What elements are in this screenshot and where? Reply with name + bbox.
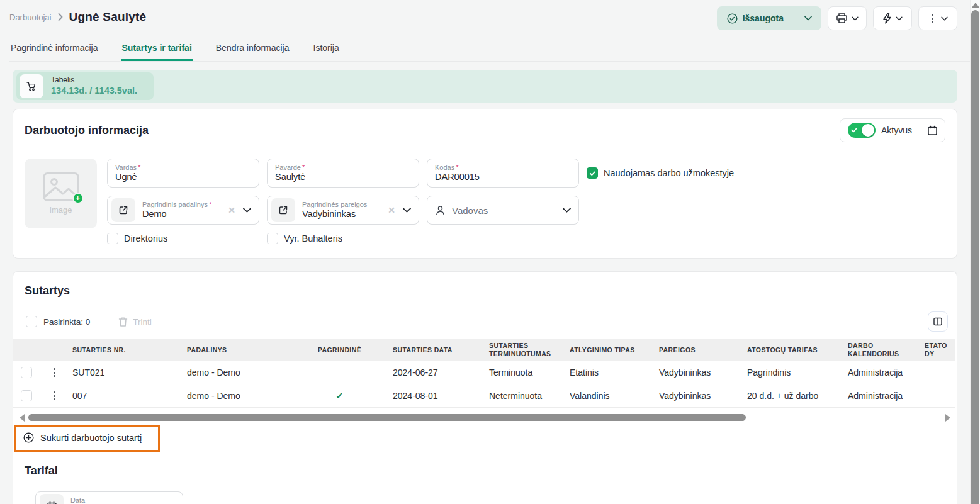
padalinys-label: Pagrindinis padalinys	[142, 201, 208, 208]
more-menu-button[interactable]	[918, 6, 957, 30]
chevron-down-icon	[804, 16, 812, 21]
col-terminuotumas[interactable]: SUTARTIES TERMINUOTUMAS	[479, 339, 560, 361]
checkbox-checked-icon[interactable]	[587, 167, 598, 179]
tabelis-tile[interactable]: Tabelis 134.13d. / 1143.5val.	[16, 72, 154, 100]
col-padalinys[interactable]: PADALINYS	[177, 339, 296, 361]
table-row[interactable]: SUT021 demo - Demo 2024-06-27 Terminuota…	[13, 361, 955, 384]
col-pagrindine[interactable]: PAGRINDINĖ	[296, 339, 383, 361]
vadovas-placeholder: Vadovas	[452, 205, 488, 216]
page-title: Ugnė Saulytė	[69, 10, 147, 24]
scroll-left-arrow[interactable]	[20, 414, 25, 422]
quick-actions-button[interactable]	[873, 6, 912, 30]
checkbox-unchecked-icon[interactable]	[267, 233, 278, 244]
tab-pagrindine-informacija[interactable]: Pagrindinė informacija	[9, 39, 99, 61]
pavarde-label: Pavardė	[275, 164, 301, 171]
tabelis-value: 134.13d. / 1143.5val.	[51, 85, 137, 96]
pavarde-field[interactable]: Pavardė* Saulytė	[267, 159, 419, 188]
tabelis-label: Tabelis	[51, 76, 137, 85]
contracts-toolbar: Pasirinkta: 0 Trinti	[13, 298, 957, 339]
chevron-down-icon[interactable]	[243, 208, 251, 213]
cell-pareigos: Vadybininkas	[649, 384, 737, 408]
cell-pagrindine	[296, 361, 383, 384]
employee-info-title: Darbuotojo informacija	[25, 124, 149, 137]
breadcrumb-parent[interactable]: Darbuotojai	[9, 13, 52, 22]
selected-count-label: Pasirinkta: 0	[43, 317, 90, 327]
employee-photo-upload[interactable]: + Image	[25, 159, 97, 228]
buhalteris-checkbox[interactable]: Vyr. Buhalteris	[267, 233, 419, 244]
cell-sutarties-nr: SUT021	[62, 361, 177, 384]
top-bar: Darbuotojai Ugnė Saulytė Išsaugota	[0, 0, 970, 62]
row-checkbox[interactable]	[21, 367, 32, 378]
delete-button[interactable]: Trinti	[118, 316, 152, 327]
pareigos-select[interactable]: Pagrindinės pareigos Vadybininkas ✕	[267, 196, 419, 225]
scroll-right-arrow[interactable]	[945, 414, 950, 422]
required-mark: *	[456, 164, 458, 171]
external-link-icon[interactable]	[271, 198, 295, 222]
check-circle-icon	[727, 13, 738, 24]
active-status-box: Aktyvus	[840, 118, 945, 142]
vardas-field[interactable]: Vardas* Ugnė	[107, 159, 259, 188]
col-pareigos[interactable]: PAREIGOS	[649, 339, 737, 361]
clear-icon[interactable]: ✕	[228, 205, 235, 215]
col-atlyginimo-tipas[interactable]: ATLYGINIMO TIPAS	[560, 339, 649, 361]
col-sutarties-nr[interactable]: SUTARTIES NR.	[62, 339, 177, 361]
add-photo-icon[interactable]: +	[72, 193, 84, 204]
chevron-down-icon[interactable]	[403, 208, 411, 213]
col-etato-dydis[interactable]: ETATO DY	[915, 339, 955, 361]
select-all-control[interactable]: Pasirinkta: 0	[26, 316, 90, 327]
tab-bendra-informacija[interactable]: Bendra informacija	[215, 39, 291, 61]
trash-icon	[118, 316, 128, 327]
column-settings-button[interactable]	[928, 311, 948, 332]
horizontal-scroll-track[interactable]	[27, 414, 943, 421]
vardas-label: Vardas	[115, 164, 137, 171]
col-darbo-kalendorius[interactable]: DARBO KALENDORIUS	[838, 339, 915, 361]
vertical-scroll-thumb[interactable]	[971, 10, 979, 504]
cell-pagrindine-check-icon: ✓	[296, 384, 383, 408]
row-checkbox[interactable]	[21, 390, 32, 401]
scroll-up-arrow[interactable]	[972, 3, 979, 8]
plus-circle-icon	[23, 432, 34, 443]
saved-dropdown-button[interactable]	[794, 6, 821, 30]
chevron-down-icon	[852, 16, 859, 21]
horizontal-scroll-thumb[interactable]	[28, 414, 746, 421]
print-button[interactable]	[828, 6, 867, 30]
cell-atlyginimo-tipas: Etatinis	[560, 361, 649, 384]
chevron-down-icon[interactable]	[563, 208, 571, 213]
cell-sutarties-data: 2024-08-01	[383, 384, 479, 408]
saved-split-button: Išsaugota	[717, 6, 821, 30]
kebab-icon	[928, 14, 937, 23]
col-sutarties-data[interactable]: SUTARTIES DATA	[383, 339, 479, 361]
create-contract-button[interactable]: Sukurti darbuotojo sutartį	[23, 432, 142, 443]
padalinys-select[interactable]: Pagrindinis padalinys* Demo ✕	[107, 196, 259, 225]
calendar-icon	[927, 125, 938, 136]
clear-icon[interactable]: ✕	[388, 205, 395, 215]
checkbox-unchecked-icon[interactable]	[107, 233, 118, 244]
vertical-scrollbar[interactable]	[970, 0, 980, 504]
saved-button[interactable]: Išsaugota	[717, 6, 794, 30]
toggle-on-icon[interactable]	[848, 123, 876, 138]
row-menu-icon[interactable]	[50, 391, 59, 400]
table-row[interactable]: 007 demo - Demo ✓ 2024-08-01 Neterminuot…	[13, 384, 955, 408]
active-toggle[interactable]: Aktyvus	[840, 119, 920, 142]
employee-detail-page: Darbuotojai Ugnė Saulytė Išsaugota	[0, 0, 970, 504]
payroll-checkbox-label: Naudojamas darbo užmokestyje	[604, 168, 734, 178]
row-menu-icon[interactable]	[50, 368, 59, 377]
vadovas-select[interactable]: Vadovas	[427, 196, 579, 225]
person-icon	[435, 205, 446, 216]
tab-sutartys-ir-tarifai[interactable]: Sutartys ir tarifai	[121, 39, 193, 61]
calendar-icon[interactable]	[40, 494, 64, 504]
pavarde-value: Saulytė	[275, 172, 305, 182]
kodas-field[interactable]: Kodas* DAR00015	[427, 159, 579, 188]
chevron-down-icon	[941, 16, 948, 21]
table-header-row: SUTARTIES NR. PADALINYS PAGRINDINĖ SUTAR…	[13, 339, 955, 361]
checkbox-unchecked-icon[interactable]	[26, 316, 37, 327]
external-link-icon[interactable]	[111, 198, 135, 222]
tab-istorija[interactable]: Istorija	[312, 39, 341, 61]
payroll-checkbox[interactable]: Naudojamas darbo užmokestyje	[587, 167, 734, 179]
col-atostogu-tarifas[interactable]: ATOSTOGŲ TARIFAS	[737, 339, 838, 361]
status-calendar-button[interactable]	[920, 119, 945, 142]
direktorius-checkbox[interactable]: Direktorius	[107, 233, 259, 244]
tariff-date-field[interactable]: Data 2025-11-26	[35, 491, 183, 504]
horizontal-scrollbar[interactable]	[20, 413, 950, 422]
contracts-table: SUTARTIES NR. PADALINYS PAGRINDINĖ SUTAR…	[13, 339, 955, 408]
